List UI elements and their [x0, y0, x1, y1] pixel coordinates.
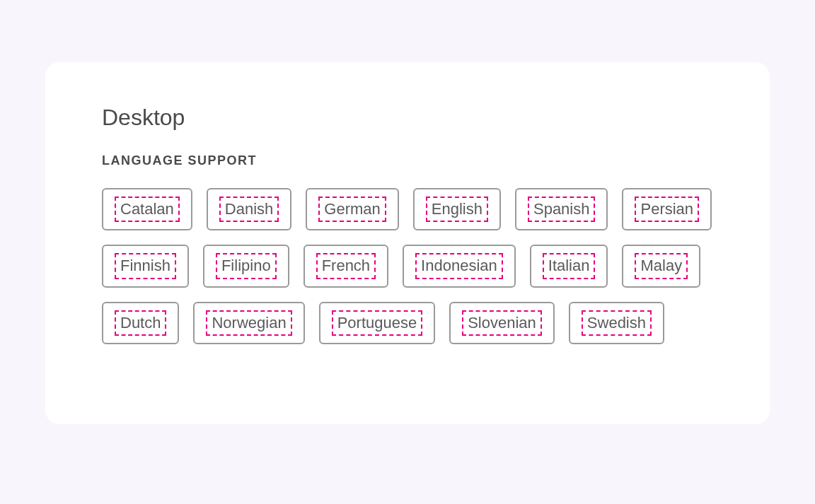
language-tag-label: Filipino: [216, 253, 277, 279]
section-label: LANGUAGE SUPPORT: [102, 153, 713, 168]
language-tag[interactable]: German: [306, 188, 398, 230]
language-tag[interactable]: Dutch: [102, 302, 179, 344]
language-tag-label: Italian: [543, 253, 596, 279]
language-tag[interactable]: Swedish: [569, 302, 664, 344]
language-tag-label: Finnish: [115, 253, 176, 279]
language-tag[interactable]: Portuguese: [319, 302, 436, 344]
language-tag[interactable]: Finnish: [102, 245, 189, 287]
language-tag[interactable]: English: [413, 188, 501, 230]
language-tag-label: Spanish: [528, 197, 596, 222]
language-tag[interactable]: Italian: [530, 245, 608, 287]
language-tag-label: Slovenian: [462, 310, 542, 336]
language-tag-label: Persian: [635, 197, 699, 222]
language-tag[interactable]: Norwegian: [193, 302, 304, 344]
language-tag-label: Dutch: [115, 310, 166, 336]
language-tag[interactable]: Malay: [622, 245, 700, 287]
language-tag[interactable]: Indonesian: [403, 245, 516, 287]
language-tag-label: Swedish: [582, 310, 652, 336]
language-tag[interactable]: French: [304, 245, 388, 287]
card-title: Desktop: [102, 105, 713, 131]
language-tag-group: Catalan Danish German English Spanish Pe…: [102, 188, 713, 344]
language-tag-label: French: [316, 253, 376, 279]
language-tag-label: Catalan: [115, 197, 180, 222]
language-tag-label: Danish: [219, 197, 279, 222]
card: Desktop LANGUAGE SUPPORT Catalan Danish …: [45, 62, 770, 424]
language-tag-label: English: [426, 197, 488, 222]
language-tag[interactable]: Filipino: [203, 245, 289, 287]
language-tag-label: Norwegian: [206, 310, 291, 336]
language-tag[interactable]: Slovenian: [449, 302, 555, 344]
language-tag-label: German: [318, 197, 386, 222]
language-tag-label: Malay: [635, 253, 688, 279]
language-tag[interactable]: Spanish: [515, 188, 608, 230]
language-tag-label: Portuguese: [332, 310, 423, 336]
language-tag-label: Indonesian: [415, 253, 503, 279]
language-tag[interactable]: Catalan: [102, 188, 192, 230]
language-tag[interactable]: Persian: [622, 188, 712, 230]
language-tag[interactable]: Danish: [207, 188, 291, 230]
